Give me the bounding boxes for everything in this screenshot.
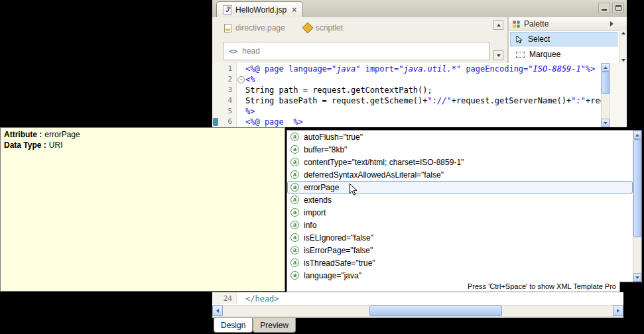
autocomplete-item[interactable]: acontentType="text/html; charset=ISO-885… [287,156,633,168]
toolbar-item-scriptlet[interactable]: scriptlet [304,23,343,32]
up-arrow-icon [621,32,625,34]
tab-preview[interactable]: Preview [253,318,296,333]
jsp-icon-dot [228,7,231,9]
tooltip-row: Attribute :errorPage [4,129,281,140]
scroll-down-button[interactable] [493,50,503,60]
tooltip-value: URI [49,140,63,150]
toolbar-item-directive-page[interactable]: directive.page [224,23,285,32]
editor-tab-bar: J HelloWorld.jsp × [212,0,627,18]
attribute-tooltip: Attribute :errorPage Data Type :URI [0,127,285,292]
code-text: <%@ page %> [245,117,601,127]
attribute-icon: a [290,133,299,141]
code-line[interactable]: 5%> [212,106,601,117]
autocomplete-item-label: isErrorPage="false" [304,246,373,255]
tooltip-label: Attribute : [4,130,42,139]
maximize-icon[interactable] [612,3,624,13]
attribute-icon: a [290,183,299,192]
tab-title: HelloWorld.jsp [235,5,287,15]
jsp-toolbar-items: directive.page scriptlet [224,23,343,32]
code-line[interactable]: 3String path = request.getContextPath(); [212,85,601,95]
scroll-up-button[interactable] [493,20,503,30]
autocomplete-item[interactable]: aisErrorPage="false" [287,244,633,256]
marquee-icon [516,52,525,58]
scroll-right-button[interactable] [613,306,623,316]
code-text: String basePath = request.getScheme()+":… [245,95,601,106]
autocomplete-item-label: autoFlush="true" [304,133,363,142]
autocomplete-item[interactable]: aimport [287,206,633,219]
autocomplete-item[interactable]: aextends [287,194,633,206]
attribute-icon: a [290,221,299,229]
autocomplete-item[interactable]: abuffer="8kb" [287,143,633,156]
palette-item-label: Select [528,34,550,44]
palette-scrollbar[interactable] [619,30,627,63]
select-cursor-icon [516,35,523,44]
head-element-node[interactable]: <> head [223,42,489,60]
autocomplete-item[interactable]: alanguage="java" [287,269,633,282]
code-line[interactable]: 4String basePath = request.getScheme()+"… [212,95,601,106]
scrollbar-thumb[interactable] [369,306,502,316]
autocomplete-item-label: extends [304,195,332,205]
editor-toolbar: directive.page scriptlet <> head [212,17,507,63]
attribute-icon: a [290,195,299,204]
scrollbar-thumb[interactable] [602,72,610,94]
autocomplete-item[interactable]: aisThreadSafe="true" [287,256,633,269]
bottom-code-line[interactable]: 24</head> [212,294,623,304]
autocomplete-item-label: isELIgnored="false" [304,233,373,243]
minimize-icon[interactable] [598,3,610,13]
fold-collapse-icon[interactable]: − [237,76,245,84]
autocomplete-item-label: isThreadSafe="true" [304,258,375,268]
palette-header[interactable]: Palette [509,17,627,31]
toolbar-item-label: scriptlet [316,23,343,32]
attribute-icon: a [290,208,299,217]
tab-label: Design [221,321,245,330]
scroll-up-button[interactable] [633,131,641,139]
code-editor[interactable]: 1<%@ page language="java" import="java.u… [212,63,627,127]
attribute-icon: a [290,271,299,280]
autocomplete-item[interactable]: aautoFlush="true" [287,131,633,143]
editor-tab-helloworld[interactable]: J HelloWorld.jsp × [216,1,303,17]
directive-page-icon [224,24,231,32]
line-number: 3 [212,85,232,95]
attribute-icon: a [290,246,299,254]
left-arrow-icon [216,309,219,313]
scroll-down-button[interactable] [633,273,641,282]
palette-item-select[interactable]: Select [510,32,617,46]
code-text: <%@ page language="java" import="java.ut… [245,64,601,74]
tab-close-icon[interactable]: × [292,5,296,15]
tab-design[interactable]: Design [214,318,253,333]
line-number: 1 [212,64,232,74]
down-arrow-icon [621,59,625,62]
code-line[interactable]: 1<%@ page language="java" import="java.u… [212,64,601,74]
code-text: <% [245,74,601,85]
line-number: 4 [212,95,232,106]
popup-scrollbar[interactable] [633,131,641,282]
scriptlet-icon [302,23,313,34]
current-line-marker [213,118,218,126]
xml-element-icon: <> [229,47,237,56]
palette-item-marquee[interactable]: Marquee [510,47,617,62]
scroll-up-button[interactable] [602,63,610,72]
palette-title: Palette [524,19,548,28]
popup-status-bar: Press 'Ctrl+Space' to show XML Template … [287,282,620,292]
autocomplete-item[interactable]: aisELIgnored="false" [287,231,633,244]
tooltip-row: Data Type :URI [4,140,281,150]
palette-expand-icon[interactable] [610,21,613,27]
autocomplete-item[interactable]: ainfo [287,219,633,231]
code-line[interactable]: 2−<% [212,74,601,85]
editor-mode-tabs: Design Preview [212,316,623,334]
code-text: String path = request.getContextPath(); [245,85,601,95]
autocomplete-item[interactable]: adeferredSyntaxAllowedAsLiteral="false" [287,168,633,181]
scrollbar-thumb[interactable] [633,139,641,237]
editor-vertical-scrollbar[interactable] [601,63,610,127]
overview-ruler [610,63,627,127]
code-line[interactable]: 6<%@ page %> [212,117,601,127]
autocomplete-item[interactable]: aerrorPage [287,181,633,194]
line-number: 24 [212,294,232,304]
editor-horizontal-scrollbar[interactable] [212,305,623,316]
tooltip-value: errorPage [44,130,80,139]
scroll-left-button[interactable] [212,306,223,316]
screen: J HelloWorld.jsp × directive.page scri [0,0,644,334]
tab-label: Preview [260,321,289,330]
code-line[interactable]: 24</head> [212,294,623,304]
scroll-down-button[interactable] [602,119,610,127]
